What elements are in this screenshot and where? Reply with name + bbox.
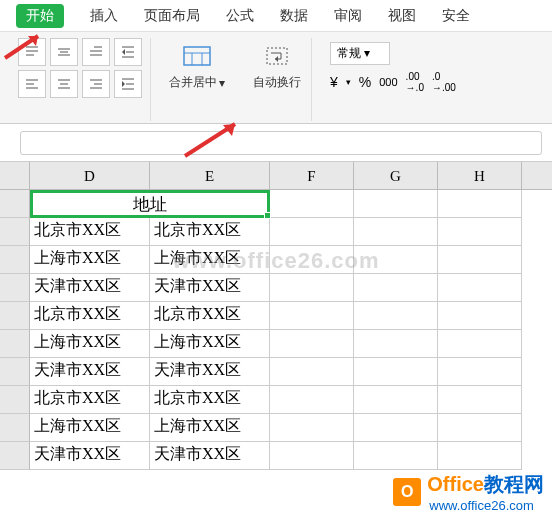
cell[interactable] — [270, 442, 354, 470]
cell[interactable] — [354, 218, 438, 246]
col-header-d[interactable]: D — [30, 162, 150, 189]
cell[interactable]: 北京市XX区 — [30, 386, 150, 414]
cell[interactable] — [438, 386, 522, 414]
cell[interactable]: 北京市XX区 — [30, 302, 150, 330]
cell[interactable]: 天津市XX区 — [150, 442, 270, 470]
align-middle-btn[interactable] — [50, 38, 78, 66]
cell[interactable] — [354, 330, 438, 358]
cell[interactable]: 上海市XX区 — [150, 246, 270, 274]
cell[interactable] — [354, 302, 438, 330]
table-row: 天津市XX区天津市XX区 — [0, 274, 552, 302]
tab-review[interactable]: 审阅 — [334, 7, 362, 25]
cell[interactable] — [270, 330, 354, 358]
row-header[interactable] — [0, 302, 30, 330]
cell[interactable] — [270, 386, 354, 414]
corner-cell[interactable] — [0, 162, 30, 189]
cell[interactable] — [354, 414, 438, 442]
cell[interactable] — [270, 218, 354, 246]
col-header-h[interactable]: H — [438, 162, 522, 189]
col-header-g[interactable]: G — [354, 162, 438, 189]
table-row: 上海市XX区上海市XX区 — [0, 414, 552, 442]
row-header[interactable] — [0, 218, 30, 246]
cell[interactable]: 北京市XX区 — [150, 386, 270, 414]
indent-dec-btn[interactable] — [114, 38, 142, 66]
cell[interactable]: 上海市XX区 — [150, 414, 270, 442]
row-header[interactable] — [0, 330, 30, 358]
merged-header-text: 地址 — [133, 195, 167, 214]
tab-layout[interactable]: 页面布局 — [144, 7, 200, 25]
align-right-btn[interactable] — [82, 70, 110, 98]
thousand-btn[interactable]: 000 — [379, 76, 397, 88]
cell[interactable] — [354, 386, 438, 414]
sheet: D E F G H 地址 北京市XX区北京市XX区上海市XX区上海市XX区天津市… — [0, 162, 552, 470]
cell[interactable] — [438, 246, 522, 274]
dec-dec-btn[interactable]: .0→.00 — [432, 71, 456, 93]
cell[interactable] — [270, 302, 354, 330]
cell[interactable] — [438, 358, 522, 386]
dec-inc-btn[interactable]: .00→.0 — [406, 71, 424, 93]
cell[interactable]: 天津市XX区 — [30, 358, 150, 386]
cell[interactable] — [438, 442, 522, 470]
number-format-group: 常规 ▾ ¥▾ % 000 .00→.0 .0→.00 — [320, 38, 466, 121]
cell[interactable] — [438, 330, 522, 358]
merge-icon — [181, 42, 213, 70]
align-top-btn[interactable] — [18, 38, 46, 66]
formula-bar[interactable] — [20, 131, 542, 155]
cell[interactable] — [270, 246, 354, 274]
table-row: 北京市XX区北京市XX区 — [0, 386, 552, 414]
format-select[interactable]: 常规 ▾ — [330, 42, 390, 65]
col-header-e[interactable]: E — [150, 162, 270, 189]
chevron-down-icon: ▾ — [219, 76, 225, 90]
cell[interactable] — [354, 358, 438, 386]
merged-header-cell[interactable]: 地址 — [30, 190, 270, 218]
tab-formula[interactable]: 公式 — [226, 7, 254, 25]
logo-text: Office教程网 — [427, 471, 544, 498]
cell[interactable]: 上海市XX区 — [30, 330, 150, 358]
svg-marker-24 — [122, 81, 125, 87]
currency-btn[interactable]: ¥ — [330, 74, 338, 90]
cell[interactable]: 上海市XX区 — [30, 414, 150, 442]
cell[interactable] — [354, 274, 438, 302]
cell[interactable] — [438, 274, 522, 302]
cell[interactable] — [354, 442, 438, 470]
cell[interactable] — [438, 414, 522, 442]
cell[interactable]: 天津市XX区 — [150, 274, 270, 302]
cell[interactable]: 上海市XX区 — [30, 246, 150, 274]
cell[interactable]: 北京市XX区 — [30, 218, 150, 246]
row-header[interactable] — [0, 190, 30, 218]
table-row: 北京市XX区北京市XX区 — [0, 218, 552, 246]
tab-data[interactable]: 数据 — [280, 7, 308, 25]
align-bottom-btn[interactable] — [82, 38, 110, 66]
wrap-group[interactable]: 自动换行 — [243, 38, 312, 121]
merge-group[interactable]: 合并居中▾ — [159, 38, 235, 121]
cell[interactable] — [270, 274, 354, 302]
indent-inc-btn[interactable] — [114, 70, 142, 98]
tab-security[interactable]: 安全 — [442, 7, 470, 25]
cell[interactable]: 天津市XX区 — [30, 442, 150, 470]
row-header[interactable] — [0, 246, 30, 274]
cell[interactable] — [270, 414, 354, 442]
cell[interactable]: 北京市XX区 — [150, 218, 270, 246]
row-header[interactable] — [0, 386, 30, 414]
svg-rect-26 — [184, 47, 210, 65]
cell[interactable] — [354, 246, 438, 274]
percent-btn[interactable]: % — [359, 74, 371, 90]
cell[interactable]: 北京市XX区 — [150, 302, 270, 330]
cell[interactable] — [438, 218, 522, 246]
tab-insert[interactable]: 插入 — [90, 7, 118, 25]
align-center-btn[interactable] — [50, 70, 78, 98]
cell[interactable] — [270, 358, 354, 386]
row-header[interactable] — [0, 274, 30, 302]
col-header-f[interactable]: F — [270, 162, 354, 189]
selection-handle[interactable] — [264, 212, 271, 219]
cell[interactable]: 天津市XX区 — [30, 274, 150, 302]
align-left-btn[interactable] — [18, 70, 46, 98]
tab-start[interactable]: 开始 — [16, 4, 64, 28]
cell[interactable]: 天津市XX区 — [150, 358, 270, 386]
row-header[interactable] — [0, 414, 30, 442]
cell[interactable]: 上海市XX区 — [150, 330, 270, 358]
tab-view[interactable]: 视图 — [388, 7, 416, 25]
cell[interactable] — [438, 302, 522, 330]
row-header[interactable] — [0, 442, 30, 470]
row-header[interactable] — [0, 358, 30, 386]
